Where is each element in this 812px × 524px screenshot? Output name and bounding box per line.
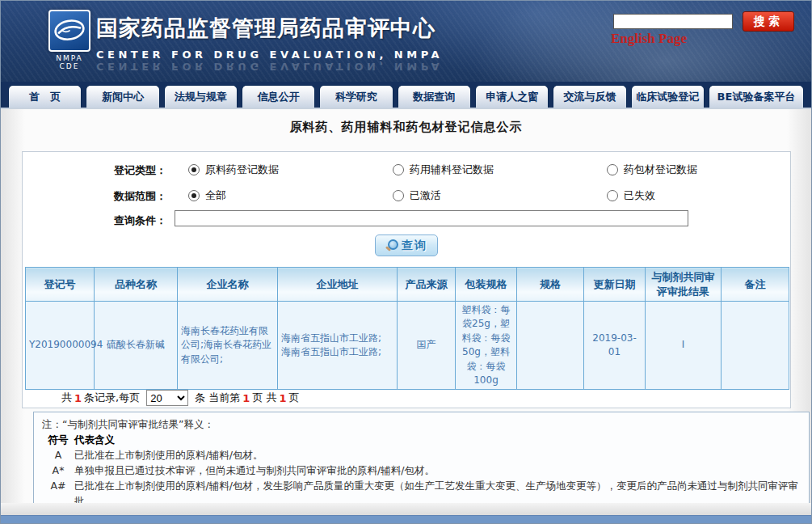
pagination-text: 页 <box>289 391 300 405</box>
notes-title: 注：“与制剂共同审评审批结果”释义： <box>42 416 801 432</box>
nmpa-cde-logo[interactable]: NMPA CDE <box>45 10 94 70</box>
page-title: 原料药、药用辅料和药包材登记信息公示 <box>1 120 811 135</box>
notes-line-a-star: A* 单独申报且已通过技术审评，但尚未通过与制剂共同审评审批的原料/辅料/包材。 <box>42 463 801 478</box>
query-condition-input[interactable] <box>175 210 688 226</box>
query-submit-button[interactable]: 查询 <box>375 235 438 256</box>
header-cell-spec: 规格 <box>517 268 584 302</box>
nav-tab-data-query[interactable]: 数据查询 <box>398 85 471 108</box>
magnifier-icon <box>385 239 398 251</box>
footer-gray-strip <box>1 503 811 515</box>
nav-tab-info-disclosure[interactable]: 信息公开 <box>242 85 315 108</box>
radio-icon[interactable] <box>393 164 404 175</box>
header-search-button[interactable]: 搜索 <box>743 11 794 32</box>
header-cell-variety: 品种名称 <box>95 268 178 302</box>
radio-icon[interactable] <box>607 164 618 175</box>
english-page-link[interactable]: English Page <box>611 31 687 47</box>
per-page-select[interactable]: 20 <box>146 390 188 406</box>
radio-icon[interactable] <box>188 164 200 175</box>
header-cell-reg-no: 登记号 <box>26 268 95 302</box>
footer-bar <box>1 515 811 523</box>
nav-tab-home[interactable]: 首 页 <box>8 85 82 108</box>
legend-notes: 注：“与制剂共同审评审批结果”释义： 符号 代表含义 A 已批准在上市制剂使用的… <box>33 412 810 505</box>
record-count: 1 <box>74 392 82 404</box>
header-cell-joint-review: 与制剂共同审评审批结果 <box>646 268 722 302</box>
current-page: 1 <box>242 392 250 404</box>
radio-option-packaging[interactable]: 药包材登记数据 <box>607 163 697 177</box>
pagination: 共 1 条记录,每页 20 条 当前第 1 页 共 1 页 <box>61 390 300 406</box>
pagination-text: 条记录,每页 <box>84 391 140 405</box>
cell-spec <box>517 302 584 390</box>
site-title-cn: 国家药品监督管理局药品审评中心 <box>96 14 549 43</box>
results-table: 登记号 品种名称 企业名称 企业地址 产品来源 包装规格 规格 更新日期 与制剂… <box>25 267 789 390</box>
site-header: NMPA CDE 国家药品监督管理局药品审评中心 CENTER FOR DRUG… <box>1 1 811 82</box>
nav-tab-be-platform[interactable]: BE试验备案平台 <box>709 85 804 108</box>
cell-variety: 硫酸长春新碱 <box>95 302 178 390</box>
header-search-input[interactable] <box>613 14 733 29</box>
site-title-en: CENTER FOR DRUG EVALUATION, NMPA <box>96 49 549 61</box>
table-row[interactable]: Y20190000094 硫酸长春新碱 海南长春花药业有限公司;海南长春花药业有… <box>26 302 789 390</box>
cell-source: 国产 <box>398 302 456 390</box>
site-title-en-reflection: CENTER FOR DRUG EVALUATION, NMPA <box>96 61 549 73</box>
radio-option-api[interactable]: 原料药登记数据 <box>188 163 279 177</box>
pagination-text: 页 共 <box>252 391 276 405</box>
cell-address: 海南省五指山市工业路; 海南省五指山市工业路; <box>278 302 398 390</box>
radio-option-excipient[interactable]: 药用辅料登记数据 <box>393 163 494 177</box>
notes-header-symbol: 符号 <box>42 432 74 447</box>
pagination-text: 共 <box>61 391 72 405</box>
nav-tab-research[interactable]: 科学研究 <box>319 85 393 108</box>
nav-tab-feedback[interactable]: 交流与反馈 <box>553 85 626 108</box>
query-condition-label: 查询条件： <box>23 213 166 228</box>
scope-label: 数据范围： <box>23 189 166 204</box>
radio-icon[interactable] <box>188 190 200 201</box>
notes-header: 符号 代表含义 <box>42 432 801 447</box>
form-row-query: 查询条件： <box>23 212 790 230</box>
table-header-row: 登记号 品种名称 企业名称 企业地址 产品来源 包装规格 规格 更新日期 与制剂… <box>26 268 789 302</box>
logo-caption: NMPA CDE <box>45 54 94 70</box>
nav-tab-clinical-trial[interactable]: 临床试验登记 <box>631 85 705 108</box>
cde-logo-icon <box>48 10 90 52</box>
radio-icon[interactable] <box>607 190 618 201</box>
total-pages: 1 <box>279 392 288 404</box>
radio-option-expired[interactable]: 已失效 <box>607 188 655 203</box>
header-cell-address: 企业地址 <box>278 268 398 302</box>
header-cell-package: 包装规格 <box>456 268 517 302</box>
form-row-scope: 数据范围： 全部 已激活 已失效 <box>23 188 790 205</box>
cell-reg-no: Y20190000094 <box>26 302 95 390</box>
nav-tab-applicant-window[interactable]: 申请人之窗 <box>475 85 549 108</box>
query-panel: 登记类型： 原料药登记数据 药用辅料登记数据 药包材登记数据 数据范围： 全部 <box>22 151 791 408</box>
browser-window: NMPA CDE 国家药品监督管理局药品审评中心 CENTER FOR DRUG… <box>0 0 812 524</box>
form-row-type: 登记类型： 原料药登记数据 药用辅料登记数据 药包材登记数据 <box>23 162 790 180</box>
cell-update-date: 2019-03-01 <box>584 302 646 390</box>
header-cell-remarks: 备注 <box>722 268 789 302</box>
cell-company: 海南长春花药业有限公司;海南长春花药业有限公司; <box>178 302 278 390</box>
type-label: 登记类型： <box>23 163 166 178</box>
nav-tab-news[interactable]: 新闻中心 <box>86 85 159 108</box>
header-cell-update-date: 更新日期 <box>584 268 646 302</box>
notes-line-a: A 已批准在上市制剂使用的原料/辅料/包材。 <box>42 447 801 463</box>
main-nav: 首 页 新闻中心 法规与规章 信息公开 科学研究 数据查询 申请人之窗 交流与反… <box>1 82 811 109</box>
nav-tab-regulations[interactable]: 法规与规章 <box>164 85 238 108</box>
radio-option-activated[interactable]: 已激活 <box>393 188 441 203</box>
header-cell-source: 产品来源 <box>398 268 456 302</box>
pagination-text: 条 当前第 <box>195 391 240 405</box>
notes-header-meaning: 代表含义 <box>74 432 801 447</box>
cell-joint-review: I <box>646 302 722 390</box>
radio-icon[interactable] <box>393 190 404 201</box>
cell-remarks <box>722 302 789 390</box>
header-cell-company: 企业名称 <box>178 268 278 302</box>
radio-option-all[interactable]: 全部 <box>188 188 226 203</box>
cell-package: 塑料袋：每袋25g，塑料袋：每袋50g，塑料袋：每袋100g <box>456 302 517 390</box>
